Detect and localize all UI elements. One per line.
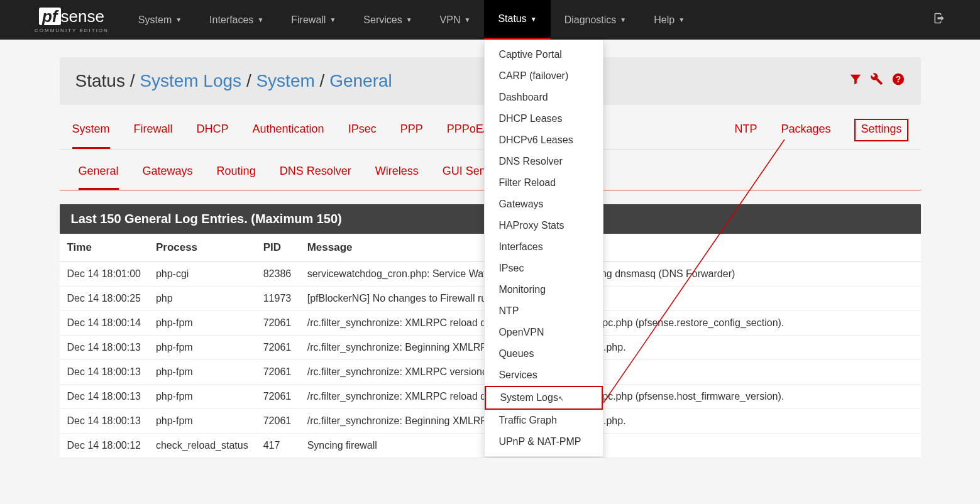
cell-message: /rc.filter_synchronize: Beginning XMLRPC… <box>300 336 921 360</box>
cell-pid: 72061 <box>256 409 300 434</box>
subtab-dns-resolver[interactable]: DNS Resolver <box>280 165 351 190</box>
nav-help[interactable]: Help▼ <box>640 0 698 40</box>
dropdown-traffic-graph[interactable]: Traffic Graph <box>485 410 603 431</box>
tab-ntp[interactable]: NTP <box>734 123 757 149</box>
breadcrumb-system[interactable]: System <box>256 71 314 90</box>
dropdown-services[interactable]: Services <box>485 364 603 386</box>
tab-ipsec[interactable]: IPsec <box>348 123 377 149</box>
breadcrumb-status[interactable]: Status <box>75 71 125 90</box>
dropdown-queues[interactable]: Queues <box>485 343 603 364</box>
tab-dhcp[interactable]: DHCP <box>197 123 229 149</box>
col-message: Message <box>300 234 921 262</box>
dropdown-upnp[interactable]: UPnP & NAT-PMP <box>485 431 603 452</box>
breadcrumb-general[interactable]: General <box>329 71 392 90</box>
cell-process: php <box>148 287 256 311</box>
nav-diagnostics[interactable]: Diagnostics▼ <box>551 0 641 40</box>
breadcrumb: Status / System Logs / System / General <box>75 71 392 91</box>
cell-message: [pfBlockerNG] No changes to Firewall rul… <box>300 287 921 311</box>
cell-process: check_reload_status <box>148 434 256 458</box>
subtab-routing[interactable]: Routing <box>217 165 256 190</box>
tab-firewall[interactable]: Firewall <box>134 123 173 149</box>
cell-message: Syncing firewall <box>300 434 921 458</box>
cell-time: Dec 14 18:00:13 <box>60 336 148 360</box>
tab-settings[interactable]: Settings <box>854 119 908 141</box>
nav-firewall[interactable]: Firewall▼ <box>277 0 350 40</box>
cell-message: /rc.filter_synchronize: XMLRPC versionch… <box>300 360 921 385</box>
dropdown-openvpn[interactable]: OpenVPN <box>485 322 603 343</box>
tab-ppp[interactable]: PPP <box>400 123 423 149</box>
dropdown-haproxy-stats[interactable]: HAProxy Stats <box>485 215 603 236</box>
cell-message: /rc.filter_synchronize: XMLRPC reload da… <box>300 311 921 336</box>
cell-message: /rc.filter_synchronize: Beginning XMLRPC… <box>300 409 921 434</box>
col-process: Process <box>148 234 256 262</box>
cell-pid: 72061 <box>256 360 300 385</box>
dropdown-monitoring[interactable]: Monitoring <box>485 279 603 300</box>
cell-process: php-fpm <box>148 311 256 336</box>
cell-message: /rc.filter_synchronize: XMLRPC reload da… <box>300 385 921 409</box>
col-time: Time <box>60 234 148 262</box>
nav-system[interactable]: System▼ <box>124 0 195 40</box>
dropdown-dhcp-leases[interactable]: DHCP Leases <box>485 108 603 129</box>
dropdown-dhcpv6-leases[interactable]: DHCPv6 Leases <box>485 129 603 151</box>
status-dropdown: Captive Portal CARP (failover) Dashboard… <box>484 40 603 457</box>
subtab-general[interactable]: General <box>79 165 119 190</box>
nav-menu: System▼ Interfaces▼ Firewall▼ Services▼ … <box>124 0 698 40</box>
tab-authentication[interactable]: Authentication <box>253 123 324 149</box>
dropdown-ntp[interactable]: NTP <box>485 300 603 322</box>
cell-process: php-fpm <box>148 409 256 434</box>
brand-logo[interactable]: pf sense COMMUNITY EDITION <box>35 7 109 33</box>
dropdown-carp[interactable]: CARP (failover) <box>485 65 603 87</box>
cell-pid: 72061 <box>256 385 300 409</box>
cell-time: Dec 14 18:00:13 <box>60 409 148 434</box>
dropdown-gateways[interactable]: Gateways <box>485 194 603 215</box>
dropdown-filter-reload[interactable]: Filter Reload <box>485 172 603 194</box>
subtab-gateways[interactable]: Gateways <box>143 165 193 190</box>
top-navbar: pf sense COMMUNITY EDITION System▼ Inter… <box>0 0 980 40</box>
cell-process: php-fpm <box>148 336 256 360</box>
svg-text:?: ? <box>895 75 900 84</box>
cell-pid: 72061 <box>256 336 300 360</box>
nav-services[interactable]: Services▼ <box>350 0 426 40</box>
cell-message: servicewatchdog_cron.php: Service Watchd… <box>300 262 921 287</box>
nav-vpn[interactable]: VPN▼ <box>426 0 485 40</box>
cell-process: php-fpm <box>148 385 256 409</box>
wrench-icon[interactable] <box>870 72 884 90</box>
cell-time: Dec 14 18:00:12 <box>60 434 148 458</box>
cell-process: php-cgi <box>148 262 256 287</box>
cell-pid: 72061 <box>256 311 300 336</box>
tab-packages[interactable]: Packages <box>781 123 830 149</box>
cell-pid: 417 <box>256 434 300 458</box>
cell-pid: 11973 <box>256 287 300 311</box>
cell-time: Dec 14 18:00:25 <box>60 287 148 311</box>
filter-icon[interactable] <box>849 72 862 90</box>
cell-time: Dec 14 18:01:00 <box>60 262 148 287</box>
cell-time: Dec 14 18:00:13 <box>60 360 148 385</box>
breadcrumb-system-logs[interactable]: System Logs <box>140 71 241 90</box>
brand-box: pf <box>39 8 61 26</box>
col-pid: PID <box>256 234 300 262</box>
dropdown-interfaces[interactable]: Interfaces <box>485 236 603 258</box>
help-icon[interactable]: ? <box>891 72 905 90</box>
nav-status[interactable]: Status▼ Captive Portal CARP (failover) D… <box>484 0 550 40</box>
nav-interfaces[interactable]: Interfaces▼ <box>195 0 277 40</box>
subtab-wireless[interactable]: Wireless <box>375 165 419 190</box>
cell-time: Dec 14 18:00:13 <box>60 385 148 409</box>
cell-process: php-fpm <box>148 360 256 385</box>
dropdown-dashboard[interactable]: Dashboard <box>485 87 603 108</box>
cell-time: Dec 14 18:00:14 <box>60 311 148 336</box>
brand-subtitle: COMMUNITY EDITION <box>35 28 109 33</box>
cell-pid: 82386 <box>256 262 300 287</box>
tab-system[interactable]: System <box>72 123 110 149</box>
dropdown-ipsec[interactable]: IPsec <box>485 258 603 279</box>
brand-text: sense <box>61 7 104 26</box>
dropdown-dns-resolver[interactable]: DNS Resolver <box>485 151 603 172</box>
dropdown-system-logs[interactable]: System Logs↖ <box>485 386 603 410</box>
logout-icon[interactable] <box>933 12 945 28</box>
dropdown-captive-portal[interactable]: Captive Portal <box>485 44 603 65</box>
